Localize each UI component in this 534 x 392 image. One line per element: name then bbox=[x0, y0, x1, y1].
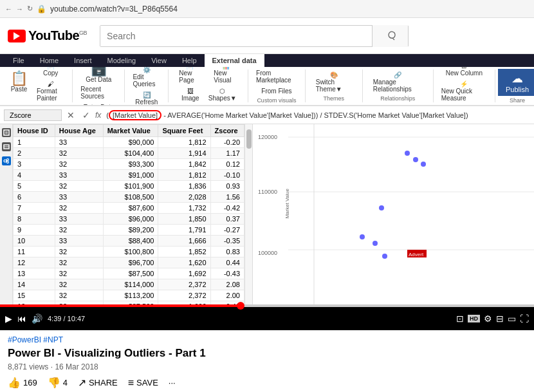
table-cell-13-4: 2.08 bbox=[210, 279, 244, 290]
sidebar-model-icon[interactable] bbox=[2, 156, 11, 165]
tab-home[interactable]: Home bbox=[32, 54, 66, 67]
dislike-button[interactable]: 👎 4 bbox=[48, 377, 68, 389]
formula-confirm-button[interactable]: ✓ bbox=[80, 110, 93, 120]
table-cell-12-2: $87,500 bbox=[103, 268, 158, 279]
quality-badge[interactable]: HD bbox=[468, 315, 480, 322]
search-button[interactable] bbox=[372, 25, 408, 47]
table-row: 1532$113,2002,3722.00 bbox=[14, 290, 244, 301]
table-cell-1-1: 32 bbox=[55, 148, 103, 159]
from-marketplace-button[interactable]: From Marketplace bbox=[253, 68, 300, 85]
formula-cancel-button[interactable]: ✕ bbox=[64, 110, 77, 120]
tab-modeling[interactable]: Modeling bbox=[100, 54, 144, 67]
share-button[interactable]: ↗ SHARE bbox=[78, 377, 118, 389]
save-button[interactable]: ≡ SAVE bbox=[128, 377, 158, 389]
miniplayer-button[interactable]: ⊟ bbox=[496, 313, 504, 324]
table-cell-9-3: 1,666 bbox=[158, 236, 210, 247]
table-cell-10-0: 11 bbox=[14, 247, 55, 257]
col-header-house-id[interactable]: House ID bbox=[14, 125, 55, 137]
progress-fill[interactable] bbox=[0, 304, 241, 307]
paste-button[interactable]: 📋 Paste bbox=[5, 70, 33, 94]
table-cell-2-3: 1,842 bbox=[158, 159, 210, 170]
fullscreen-button[interactable]: ⛶ bbox=[520, 313, 529, 324]
col-header-square-feet[interactable]: Square Feet bbox=[158, 125, 210, 137]
table-cell-7-4: 0.37 bbox=[210, 214, 244, 225]
data-table-container[interactable]: House ID House Age Market Value Square F… bbox=[13, 124, 244, 304]
table-row: 1232$96,7001,6200.44 bbox=[14, 257, 244, 268]
like-button[interactable]: 👍 169 bbox=[8, 377, 37, 389]
y-label-100000: 100000 bbox=[258, 250, 277, 256]
table-cell-7-3: 1,850 bbox=[158, 214, 210, 225]
enter-data-button[interactable]: Enter Data bbox=[78, 102, 119, 106]
progress-bar-track[interactable] bbox=[0, 304, 534, 307]
refresh-icon: 🔄 bbox=[143, 91, 151, 98]
table-cell-6-2: $87,600 bbox=[103, 203, 158, 214]
formula-expression: ([Market Value] - AVERAGE('Home Market V… bbox=[104, 109, 530, 122]
scatter-plot: Advert bbox=[288, 124, 534, 304]
refresh-button[interactable]: 🔄 Refresh bbox=[130, 90, 163, 106]
skip-back-button[interactable]: ⏮ bbox=[17, 313, 26, 324]
search-bar[interactable] bbox=[100, 25, 409, 47]
url-display[interactable]: youtube.com/watch?v=3L_P86q5564 bbox=[50, 5, 178, 14]
hashtags[interactable]: #PowerBI #NPT bbox=[8, 335, 526, 344]
col-header-zscore[interactable]: Zscore bbox=[210, 125, 244, 137]
copy-button[interactable]: 📄 Copy bbox=[34, 67, 67, 78]
forward-icon[interactable]: → bbox=[16, 5, 23, 13]
new-column-button[interactable]: ⊞ New Column bbox=[439, 67, 490, 78]
get-data-button[interactable]: 🗄️ Get Data bbox=[80, 67, 116, 84]
video-actions: 👍 169 👎 4 ↗ SHARE ≡ SAVE ··· bbox=[8, 377, 526, 392]
tab-help[interactable]: Help bbox=[174, 54, 205, 67]
manage-relationships-button[interactable]: 🔗 Manage Relationships bbox=[368, 70, 428, 94]
from-files-button[interactable]: From Files bbox=[253, 86, 300, 96]
refresh-icon[interactable]: ↻ bbox=[27, 5, 33, 13]
play-button[interactable]: ▶ bbox=[5, 313, 12, 324]
table-row: 833$96,0001,8500.37 bbox=[14, 214, 244, 225]
share-group: ☁ Publish Share bbox=[495, 70, 534, 102]
table-cell-13-0: 14 bbox=[14, 279, 55, 290]
formula-fx-label: fx bbox=[95, 111, 101, 120]
publish-button[interactable]: ☁ Publish bbox=[498, 69, 534, 96]
recent-sources-button[interactable]: Recent Sources bbox=[78, 84, 119, 101]
y-label-110000: 110000 bbox=[258, 189, 277, 195]
col-header-market-value[interactable]: Market Value bbox=[103, 125, 158, 137]
col-header-house-age[interactable]: House Age bbox=[55, 125, 103, 137]
field-name-input[interactable] bbox=[4, 109, 62, 121]
table-cell-13-1: 32 bbox=[55, 279, 103, 290]
theater-button[interactable]: ▭ bbox=[508, 313, 516, 324]
tab-file[interactable]: File bbox=[5, 54, 32, 67]
tab-view[interactable]: View bbox=[143, 54, 174, 67]
back-icon[interactable]: ← bbox=[5, 5, 12, 13]
sidebar-report-icon[interactable] bbox=[2, 128, 11, 137]
table-cell-11-0: 12 bbox=[14, 257, 55, 268]
table-scrollbar[interactable] bbox=[244, 124, 252, 304]
scrollbar-thumb[interactable] bbox=[246, 129, 252, 149]
main-content-row: House ID House Age Market Value Square F… bbox=[0, 124, 534, 304]
youtube-logo[interactable]: YouTubeGB bbox=[8, 28, 87, 43]
video-progress-background[interactable] bbox=[0, 304, 534, 307]
image-button[interactable]: 🖼 Image bbox=[178, 86, 203, 103]
table-cell-5-3: 2,028 bbox=[158, 192, 210, 203]
volume-button[interactable]: 🔊 bbox=[32, 313, 42, 324]
table-cell-14-4: 2.00 bbox=[210, 290, 244, 301]
table-cell-3-2: $91,000 bbox=[103, 170, 158, 181]
shapes-button[interactable]: ⬡ Shapes▼ bbox=[206, 86, 239, 103]
new-visual-button[interactable]: 📊 New Visual bbox=[208, 67, 243, 85]
progress-dot[interactable] bbox=[237, 302, 244, 310]
table-cell-11-3: 1,620 bbox=[158, 257, 210, 268]
table-cell-7-2: $96,000 bbox=[103, 214, 158, 225]
new-page-button[interactable]: 📄 New Page bbox=[174, 67, 206, 85]
new-quick-measure-button[interactable]: ⚡ New Quick Measure bbox=[439, 79, 490, 103]
table-cell-13-3: 2,372 bbox=[158, 279, 210, 290]
edit-queries-button[interactable]: ⚙️ Edit Queries bbox=[130, 67, 163, 89]
tab-insert[interactable]: Insert bbox=[66, 54, 100, 67]
settings-button[interactable]: ⚙ bbox=[484, 313, 492, 324]
more-button[interactable]: ··· bbox=[169, 378, 176, 387]
table-cell-1-0: 2 bbox=[14, 148, 55, 159]
switch-theme-button[interactable]: 🎨 Switch Theme▼ bbox=[311, 70, 357, 94]
format-painter-button[interactable]: 🖌 Format Painter bbox=[34, 79, 67, 103]
sidebar-data-icon[interactable] bbox=[2, 142, 11, 151]
subtitles-button[interactable]: ⊡ bbox=[456, 313, 464, 324]
search-input[interactable] bbox=[100, 26, 372, 46]
tab-external-data[interactable]: External data bbox=[205, 54, 264, 67]
dislike-count: 4 bbox=[63, 378, 68, 387]
table-cell-0-3: 1,812 bbox=[158, 137, 210, 148]
